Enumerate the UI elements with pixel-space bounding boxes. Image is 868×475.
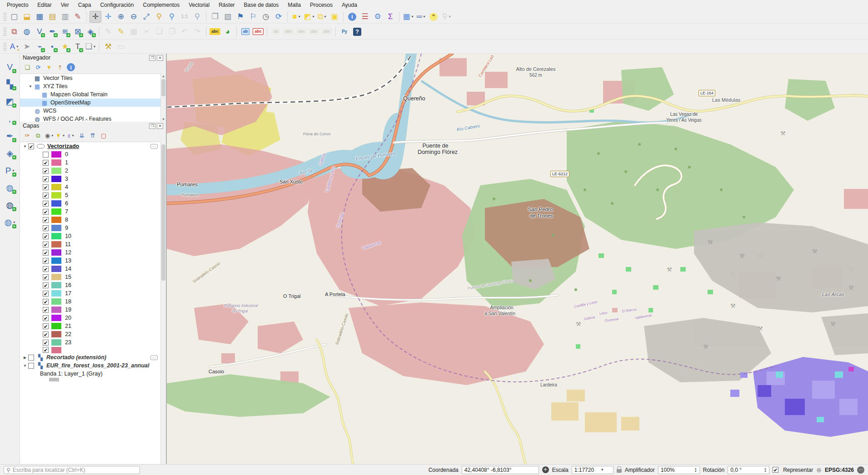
show-layout-manager-button[interactable]: ▥ (59, 11, 71, 23)
toolbar-grip[interactable] (3, 27, 6, 36)
layer-labeling-options-button[interactable]: abc (209, 26, 221, 38)
layer-row-1[interactable]: ✔1 (20, 158, 160, 167)
redo-button[interactable]: ↷ (191, 26, 203, 38)
layer-checkbox[interactable]: ✔ (43, 233, 49, 239)
add-postgis-layer-button[interactable]: P+▾ (3, 163, 17, 177)
menu-proyecto[interactable]: Proyecto (3, 1, 32, 9)
zoom-full-extent-button[interactable]: ⤢ (140, 11, 152, 23)
layer-row-15[interactable]: ✔15 (20, 273, 160, 281)
dropdown-caret-icon[interactable]: ▾ (72, 134, 74, 138)
paste-features-button[interactable]: ❐ (166, 26, 178, 38)
layer-checkbox[interactable]: ✔ (43, 323, 49, 329)
menu-editar[interactable]: Editar (33, 1, 55, 9)
identify-features-button[interactable]: i (346, 11, 358, 23)
expander-icon[interactable]: ▼ (27, 84, 34, 89)
layer-row-21[interactable]: ✔21 (20, 322, 160, 330)
scroll-down-icon[interactable]: ▼ (161, 117, 166, 122)
expander-icon[interactable]: ▼ (22, 144, 28, 148)
browser-float-button[interactable]: ❐ (149, 55, 155, 61)
layer-row-5[interactable]: ✔5 (20, 191, 160, 199)
layer-checkbox[interactable]: ✔ (43, 160, 49, 166)
layer-indicator-icon[interactable]: ⋯ (150, 144, 158, 149)
layer-checkbox[interactable]: ✔ (43, 201, 49, 207)
layer-row-0[interactable]: 0 (20, 150, 160, 158)
expand-all-layers-button[interactable]: ⇊ (77, 130, 87, 140)
select-annotation-button[interactable]: ➤ (21, 41, 33, 53)
label-toolbar-button[interactable]: ab (239, 26, 251, 38)
zoom-next-button[interactable]: ⚲▾ (440, 11, 452, 23)
browser-item-vector-tiles[interactable]: ▦Vector Tiles (20, 74, 160, 82)
refresh-browser-button[interactable]: ⟳ (33, 62, 43, 72)
new-mesh-layer-button[interactable]: ≋+ (59, 26, 71, 38)
undo-button[interactable]: ↶ (179, 26, 190, 38)
temporal-controller-button[interactable]: ◷ (260, 11, 272, 23)
layer-checkbox[interactable]: ✔ (43, 347, 49, 353)
python-console-button[interactable]: Py (339, 26, 350, 38)
toggle-editing-button[interactable]: ✎ (115, 26, 127, 38)
menu-capa[interactable]: Capa (74, 1, 95, 9)
open-project-button[interactable]: ⬓ (21, 11, 33, 23)
new-text-annotation-button[interactable]: T+ (72, 41, 84, 53)
layer-row-11[interactable]: ✔11 (20, 240, 160, 248)
layers-close-button[interactable]: ✕ (157, 123, 163, 129)
layers-scrollbar[interactable] (160, 142, 166, 464)
metasearch-catalog-button[interactable]: ◍ (21, 26, 33, 38)
add-mesh-layer-button[interactable]: ◩+ (3, 94, 17, 108)
layer-row-13[interactable]: ✔13 (20, 257, 160, 265)
browser-item-openstreetmap[interactable]: ▦OpenStreetMap (20, 99, 160, 107)
copy-features-button[interactable]: ❏ (153, 26, 165, 38)
select-features-button[interactable]: ■▾ (290, 11, 302, 23)
expander-icon[interactable]: ▼ (22, 364, 28, 368)
browser-item-xyz-tiles[interactable]: ▼▦XYZ Tiles (20, 82, 160, 90)
layer-row-22[interactable]: ✔22 (20, 330, 160, 338)
add-spatialite-layer-button[interactable]: ✒+ (3, 129, 17, 143)
toolbar-grip[interactable] (3, 42, 6, 51)
layer-row-18[interactable]: ✔18 (20, 297, 160, 306)
layer-row-6[interactable]: ✔6 (20, 199, 160, 208)
new-shapefile-layer-button[interactable]: V+ (34, 26, 45, 38)
map-canvas[interactable]: ⚒⚒⚒ ⚒⚒⚒ ⚒⚒⚒ ⚒⚒⚒ RubiáCarretera LeóAlto d… (166, 54, 868, 464)
pan-map-button[interactable]: ✛ (90, 11, 101, 23)
current-edits-button[interactable]: ✎ (102, 26, 114, 38)
layer-row-20[interactable]: ✔20 (20, 314, 160, 322)
highlight-labels-button[interactable]: abc (252, 26, 264, 38)
magnifier-spinbox[interactable]: 100% ▲▼ (658, 466, 700, 474)
form-annotation-button[interactable]: ❏▾ (85, 41, 96, 53)
render-checkbox[interactable]: ✔ (773, 467, 778, 473)
new-spatial-bookmark-button[interactable]: ⚑ (234, 11, 246, 23)
dropdown-caret-icon[interactable]: ▾ (449, 15, 451, 19)
annotation-style-button[interactable]: A✳▾ (8, 41, 20, 53)
layer-checkbox[interactable]: ✔ (43, 258, 49, 264)
layer-checkbox[interactable]: ✔ (43, 282, 49, 288)
remove-layer-group-button[interactable]: ▢ (99, 130, 109, 140)
layer-checkbox[interactable]: ✔ (43, 250, 49, 256)
dropdown-caret-icon[interactable]: ▾ (63, 134, 65, 138)
layer-row-8[interactable]: ✔8 (20, 216, 160, 224)
layer-checkbox[interactable]: ✔ (43, 266, 49, 272)
new-map-view-button[interactable]: ❐ (209, 11, 221, 23)
change-label-properties-button[interactable]: abc (321, 26, 333, 38)
expander-icon[interactable]: ▶ (22, 356, 28, 360)
vertex-tool-toolbar-button[interactable]: ⚒ (102, 41, 114, 53)
show-statistics-button[interactable]: Σ (384, 11, 396, 23)
zoom-last-button[interactable]: ⚲ (191, 11, 203, 23)
advanced-digitizing-button[interactable]: ▭ (115, 41, 127, 53)
zoom-in-button[interactable]: ⊕ (115, 11, 127, 23)
layer-checkbox[interactable]: ✔ (43, 291, 49, 297)
dropdown-caret-icon[interactable]: ▾ (51, 134, 53, 138)
dropdown-caret-icon[interactable]: ▾ (424, 15, 425, 19)
panel-splitter[interactable] (84, 119, 102, 121)
layer-checkbox[interactable]: ✔ (43, 340, 49, 346)
layer-checkbox[interactable] (43, 152, 49, 158)
show-spatial-bookmarks-button[interactable]: ⚐ (247, 11, 259, 23)
cut-features-button[interactable]: ✂ (140, 26, 152, 38)
menu-procesos[interactable]: Procesos (306, 1, 337, 9)
new-3d-map-view-button[interactable]: ▧ (222, 11, 234, 23)
layer-checkbox[interactable]: ✔ (43, 242, 49, 247)
layer-checkbox[interactable]: ✔ (43, 315, 49, 321)
new-spatialite-layer-button[interactable]: ✒+ (46, 26, 58, 38)
measure-line-button[interactable]: ═▾ (415, 11, 427, 23)
open-attribute-table-button[interactable]: ▦▾ (402, 11, 414, 23)
layers-float-button[interactable]: ❐ (149, 123, 155, 129)
save-layer-edits-button[interactable]: ▦ (128, 26, 140, 38)
